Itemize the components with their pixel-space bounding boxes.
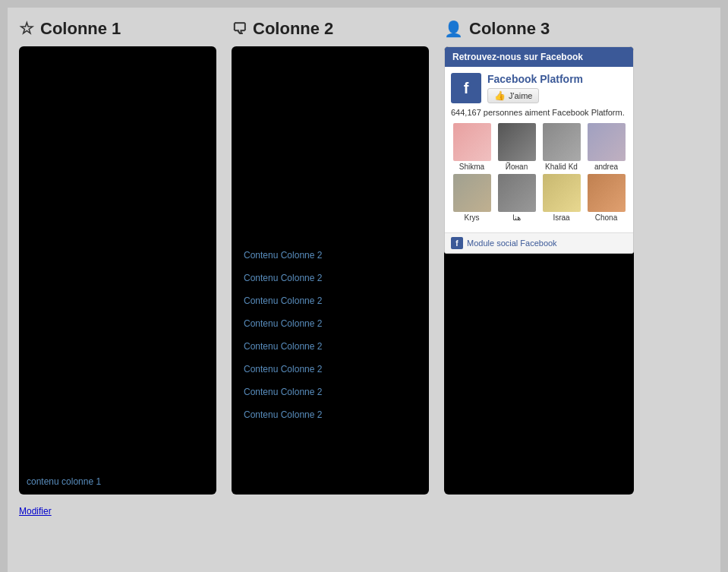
- avatar-img: [543, 123, 581, 161]
- fb-like-button[interactable]: 👍 J'aime: [487, 88, 539, 103]
- avatar-name: Israa: [553, 213, 569, 222]
- modifier-link[interactable]: Modifier: [19, 506, 709, 517]
- list-item: Contenu Colonne 2: [239, 312, 421, 335]
- fb-avatar-item: Khalid Kd: [540, 123, 582, 171]
- list-item: Contenu Colonne 2: [239, 358, 421, 381]
- page-wrapper: ☆ Colonne 1 contenu colonne 1 🗨 Colonne …: [8, 8, 720, 572]
- avatar-img: [588, 174, 626, 212]
- facebook-widget: Retrouvez-nous sur Facebook f Facebook P…: [444, 46, 634, 254]
- list-item: Contenu Colonne 2: [239, 289, 421, 312]
- avatar-name: Shikma: [459, 163, 484, 171]
- col1-header: ☆ Colonne 1: [19, 19, 216, 39]
- avatar-img: [498, 123, 536, 161]
- avatar-img: [453, 123, 491, 161]
- list-item: Contenu Colonne 2: [239, 335, 421, 358]
- chat-icon: 🗨: [232, 21, 247, 38]
- fb-footer-logo: f: [451, 237, 463, 249]
- list-item: Contenu Colonne 2: [239, 267, 421, 289]
- fb-avatars-grid: Shikma Йонаn Khalid Kd: [451, 123, 627, 222]
- person-icon: 👤: [444, 20, 463, 38]
- avatar-name: Khalid Kd: [545, 163, 578, 171]
- avatar-name: هنا: [512, 213, 521, 222]
- fb-widget-body: f Facebook Platform 👍 J'aime 644,167 per…: [445, 67, 633, 232]
- fb-logo: f: [451, 73, 481, 103]
- fb-avatar-item: Krys: [451, 174, 493, 222]
- avatar-img: [588, 123, 626, 161]
- col3-title: Colonne 3: [469, 19, 550, 39]
- fb-footer-text[interactable]: Module social Facebook: [467, 239, 557, 248]
- avatar-img: [453, 174, 491, 212]
- list-item: Contenu Colonne 2: [239, 381, 421, 403]
- columns-container: ☆ Colonne 1 contenu colonne 1 🗨 Colonne …: [19, 19, 709, 495]
- col2-content: Contenu Colonne 2 Contenu Colonne 2 Cont…: [232, 46, 429, 495]
- fb-footer: f Module social Facebook: [445, 232, 633, 253]
- column-3: 👤 Colonne 3 Retrouvez-nous sur Facebook …: [444, 19, 634, 495]
- fb-like-label: J'aime: [509, 91, 532, 100]
- list-item: Contenu Colonne 2: [239, 403, 421, 426]
- fb-avatar-item: Йонаn: [496, 123, 537, 171]
- fb-page-name-block: Facebook Platform 👍 J'aime: [487, 73, 583, 103]
- fb-avatar-item: Chona: [585, 174, 627, 222]
- fb-avatar-item: andrea: [585, 123, 627, 171]
- fb-page-name[interactable]: Facebook Platform: [487, 73, 583, 85]
- avatar-name: andrea: [594, 163, 618, 171]
- list-item: Contenu Colonne 2: [239, 244, 421, 267]
- col1-title: Colonne 1: [40, 19, 121, 39]
- fb-header-text: Retrouvez-nous sur Facebook: [452, 52, 583, 62]
- avatar-name: Йонаn: [506, 163, 528, 171]
- avatar-name: Krys: [465, 213, 480, 222]
- avatar-img: [498, 174, 536, 212]
- fb-avatar-item: Shikma: [451, 123, 493, 171]
- col3-header: 👤 Colonne 3: [444, 19, 634, 39]
- column-1: ☆ Colonne 1 contenu colonne 1: [19, 19, 216, 495]
- fb-avatar-item: هنا: [496, 174, 537, 222]
- fb-avatar-item: Israa: [540, 174, 582, 222]
- avatar-img: [543, 174, 581, 212]
- avatar-name: Chona: [595, 213, 617, 222]
- fb-page-info: f Facebook Platform 👍 J'aime: [451, 73, 627, 103]
- col1-content-text: contenu colonne 1: [27, 476, 101, 487]
- fb-widget-header: Retrouvez-nous sur Facebook: [445, 47, 633, 67]
- col2-title: Colonne 2: [253, 19, 333, 39]
- col1-content: contenu colonne 1: [19, 46, 216, 495]
- star-icon: ☆: [19, 19, 34, 39]
- col2-header: 🗨 Colonne 2: [232, 19, 429, 39]
- thumb-icon: 👍: [494, 90, 506, 101]
- column-2: 🗨 Colonne 2 Contenu Colonne 2 Contenu Co…: [232, 19, 429, 495]
- fb-likes-count: 644,167 personnes aiment Facebook Platfo…: [451, 108, 627, 117]
- col3-content: Retrouvez-nous sur Facebook f Facebook P…: [444, 46, 634, 495]
